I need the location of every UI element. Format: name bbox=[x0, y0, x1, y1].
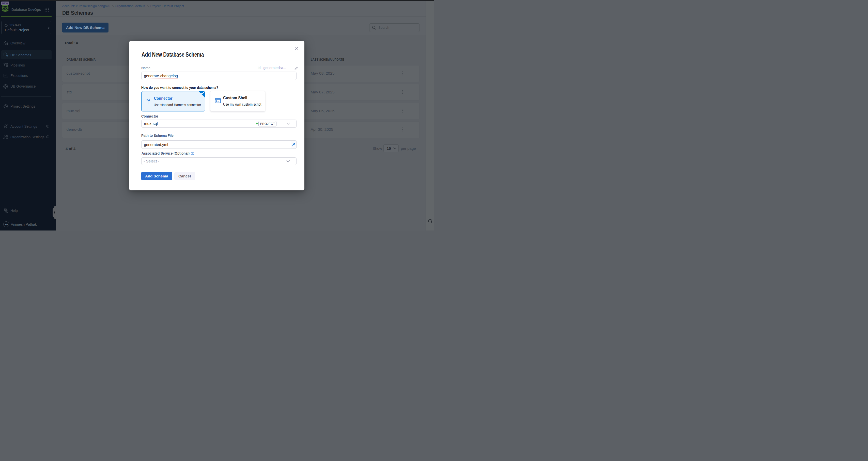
svg-text:?: ? bbox=[5, 208, 6, 211]
